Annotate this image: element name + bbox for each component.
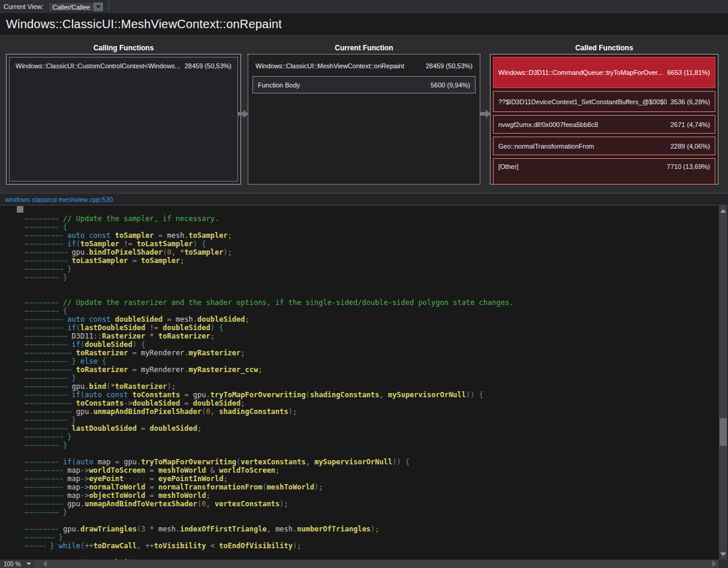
current-function-name: Windows::ClassicUI::MeshViewContext::onR… (255, 62, 404, 70)
code-line: →→→→→→→→→→ if(auto const toConstants = g… (24, 391, 513, 399)
code-line: →→→→→→→→→→ lastDoubleSided = doubleSided… (24, 424, 513, 433)
title-bar: Windows::ClassicUI::MeshViewContext::onR… (0, 13, 728, 35)
code-line: →→→→→→→→ } (24, 441, 513, 449)
called-function-item[interactable]: nvwgf2umx.dll!0x0007feea5bb8c82671 (4,74… (493, 115, 715, 134)
scroll-down-arrow-icon[interactable] (719, 550, 727, 558)
code-line: →→→→→→→→→→ toLastSampler = toSampler; (24, 256, 513, 265)
page-title: Windows::ClassicUI::MeshViewContext::onR… (0, 17, 282, 31)
function-body-item[interactable]: Function Body 5600 (9,94%) (252, 76, 476, 93)
called-function-name: [Other] (498, 163, 519, 170)
code-line: →→→→→→→→→ } (24, 433, 513, 441)
code-line: →→→→→→→→ // Update the sampler, if neces… (24, 214, 513, 223)
status-bar: 100 % (0, 560, 728, 568)
called-functions-list: Windows::D3D11::CommandQueue::tryToMapFo… (493, 57, 715, 185)
code-line: →→→→→→→→ gpu.drawTriangles(3 * mesh.inde… (24, 525, 513, 533)
code-line: →→→→→→→→ } (24, 273, 513, 282)
caller-callee-panels: Calling Functions Current Function Calle… (0, 35, 728, 193)
code-line: →→→→→→→→→→ } (24, 416, 513, 424)
current-function-item[interactable]: Windows::ClassicUI::MeshViewContext::onR… (248, 55, 480, 70)
code-line: →→→→→→→→→ } (24, 265, 513, 273)
toolbar: Current View: Caller/Callee (0, 0, 728, 13)
called-function-value: 7710 (13,69%) (663, 163, 710, 170)
calling-function-item[interactable]: Windows::ClassicUI::CustomControlContext… (9, 57, 238, 182)
code-line: →→→→→→→→→ auto const toSampler = mesh.to… (24, 231, 513, 240)
code-line: →→→→→→→→ } (24, 508, 513, 516)
current-function-value: 28459 (50,53%) (426, 62, 473, 70)
called-function-item[interactable]: [Other]7710 (13,69%) (493, 158, 715, 185)
code-line: →→→→→→→→→→→ toRasterizer = myRenderer.my… (24, 365, 513, 374)
code-line (24, 449, 513, 458)
code-line: →→→→→→→→→ map->objectToWorld = meshToWor… (24, 491, 513, 500)
calling-function-value: 28459 (50,53%) (181, 62, 231, 176)
source-path-label: windows classicui meshview.cpp:530 (0, 196, 113, 203)
called-function-name: Geo::normalTransformationFrom (498, 143, 594, 150)
code-line: →→→→→→→→→→ } else { (24, 357, 513, 365)
called-function-name: ??$ID3D11DeviceContext1_SetConstantBuffe… (498, 98, 667, 105)
function-body-label: Function Body (258, 81, 300, 89)
calling-functions-header: Calling Functions (6, 44, 241, 52)
current-function-header: Current Function (248, 44, 480, 52)
code-line (24, 516, 513, 525)
calling-functions-panel: Windows::ClassicUI::CustomControlContext… (6, 54, 241, 185)
called-function-value: 6653 (11,81%) (664, 69, 710, 76)
called-function-value: 2671 (4,74%) (667, 121, 710, 128)
zoom-caret-icon (26, 563, 31, 565)
code-line: →→→→→→→ } (24, 533, 513, 542)
code-line (24, 282, 513, 290)
called-functions-panel: Windows::D3D11::CommandQueue::tryToMapFo… (490, 54, 718, 185)
code-line: →→→→→→→→→ map->normalToWorld = normalTra… (24, 483, 513, 491)
code-line (24, 290, 513, 298)
current-view-label: Current View: (0, 3, 48, 10)
code-editor[interactable]: →→→→→→→→ // Update the sampler, if neces… (0, 206, 728, 560)
code-lines: →→→→→→→→ // Update the sampler, if neces… (24, 214, 513, 560)
function-body-value: 5600 (9,94%) (431, 81, 470, 89)
code-line (24, 550, 513, 558)
scrollbar-corner (718, 560, 728, 568)
code-line: →→→→→→→→→→ gpu.bindToPixelShader(0, *toS… (24, 248, 513, 256)
zoom-level-select[interactable]: 100 % (0, 560, 35, 568)
code-line: →→→→→→→→ { (24, 307, 513, 315)
vertical-scrollbar-thumb[interactable] (720, 418, 727, 446)
code-line: →→→→→→→→→→→ toConstants->doubleSided = d… (24, 399, 513, 407)
called-functions-header: Called Functions (490, 44, 718, 52)
code-line: →→→→→→→→→→→ toRasterizer = myRenderer.my… (24, 349, 513, 357)
source-path-bar: windows classicui meshview.cpp:530 (0, 193, 728, 206)
code-line: →→→→→→→→ if(auto map = gpu.tryToMapForOv… (24, 458, 513, 466)
called-function-item[interactable]: Geo::normalTransformationFrom2289 (4,06%… (493, 137, 715, 155)
called-function-name: Windows::D3D11::CommandQueue::tryToMapFo… (498, 69, 663, 76)
code-line: →→→→→→→→→ if(lastDoubleSided != doubleSi… (24, 324, 513, 332)
toolbar-separator (109, 2, 109, 11)
code-line: →→→→→→→→→ auto const doubleSided = mesh.… (24, 315, 513, 324)
code-line: →→→→→→→→→→ if(doubleSided) { (24, 340, 513, 349)
code-line: →→→→→→→→→→ D3D11::Rasterizer * toRasteri… (24, 332, 513, 340)
code-line: →→→→→ } while(++toDrawCall, ++toVisibili… (24, 542, 513, 550)
current-function-panel[interactable]: Windows::ClassicUI::MeshViewContext::onR… (248, 54, 480, 185)
called-function-item[interactable]: ??$ID3D11DeviceContext1_SetConstantBuffe… (493, 91, 715, 112)
zoom-level-value: 100 % (4, 561, 26, 567)
called-function-value: 2289 (4,06%) (667, 143, 710, 150)
called-function-item[interactable]: Windows::D3D11::CommandQueue::tryToMapFo… (493, 57, 715, 88)
code-line: →→→→→→→→→→→ gpu.unmapAndBindToPixelShade… (24, 407, 513, 416)
current-view-dropdown[interactable]: Caller/Callee (48, 2, 104, 12)
flow-arrow-right-icon (480, 110, 491, 118)
code-line: →→→→→→→→→ map->eyePoint····· = eyePointI… (24, 475, 513, 483)
code-line: →→→→→→→→ // Update the rasterizer and th… (24, 298, 513, 307)
fold-margin-box (17, 206, 23, 213)
code-line: →→→→→→→→→ gpu.unmapAndBindToVertexShader… (24, 500, 513, 508)
code-line: →→→→→→→→→→ gpu.bind(*toRasterizer); (24, 382, 513, 391)
hscroll-track[interactable] (47, 560, 712, 568)
code-line: →→→→→→→→→ map->worldToScreen = meshToWor… (24, 466, 513, 475)
code-line: →→→→→→→→→ if(toSampler != toLastSampler)… (24, 240, 513, 248)
vertical-scrollbar[interactable] (719, 206, 727, 560)
called-function-value: 3536 (6,28%) (667, 98, 710, 105)
chevron-down-icon (94, 2, 103, 11)
code-line: →→→→→→→→ { (24, 223, 513, 231)
calling-function-name: Windows::ClassicUI::CustomControlContext… (16, 62, 181, 176)
hscroll-right-arrow-icon[interactable] (712, 561, 716, 567)
code-line: →→→→→→→→→→ } (24, 374, 513, 382)
current-view-value: Caller/Callee (49, 2, 94, 11)
called-function-name: nvwgf2umx.dll!0x0007feea5bb8c8 (498, 121, 598, 128)
flow-arrow-left-icon (238, 110, 248, 118)
scroll-up-arrow-icon[interactable] (719, 207, 727, 215)
